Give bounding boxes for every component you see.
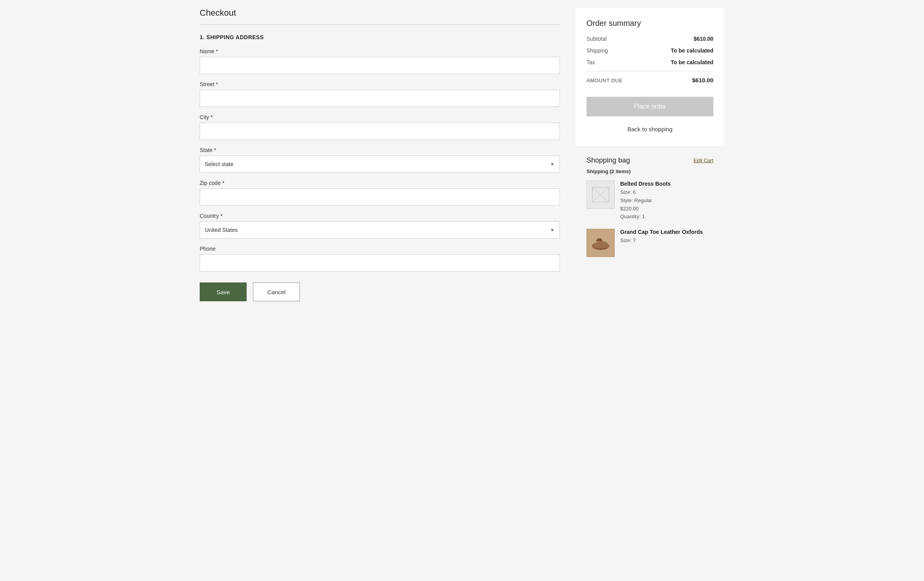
subtotal-label: Subtotal: [587, 36, 606, 42]
section-title: 1. SHIPPING ADDRESS: [200, 34, 560, 40]
cancel-button[interactable]: Cancel: [253, 282, 300, 301]
cart-item-qty-1: Quantity: 1: [620, 213, 713, 221]
tax-label: Tax: [587, 59, 595, 65]
order-summary-title: Order summary: [587, 19, 713, 28]
back-to-shopping-button[interactable]: Back to shopping: [587, 123, 713, 136]
city-input[interactable]: [200, 123, 560, 140]
form-buttons: Save Cancel: [200, 282, 560, 301]
state-field-group: State * Select stateAlabamaAlaskaArizona…: [200, 147, 560, 173]
cart-item-details-2: Grand Cap Toe Leather Oxfords Size: 7: [620, 229, 713, 257]
state-select-wrapper: Select stateAlabamaAlaskaArizonaArkansas…: [200, 156, 560, 173]
name-label: Name *: [200, 48, 560, 54]
country-select[interactable]: United StatesCanadaUnited KingdomAustral…: [200, 221, 560, 239]
zip-input[interactable]: [200, 188, 560, 206]
cart-item: Belted Dress Boots Size: 6 Style: Regula…: [587, 181, 713, 221]
phone-label: Phone: [200, 246, 560, 252]
shipping-value: To be calculated: [671, 47, 713, 54]
cart-item-image-2: [587, 229, 615, 257]
shipping-label: Shipping: [587, 47, 608, 54]
page-title: Checkout: [200, 8, 560, 18]
cart-item-image-1: [587, 181, 615, 209]
place-order-button[interactable]: Place order: [587, 97, 713, 116]
phone-input[interactable]: [200, 254, 560, 271]
amount-due-label: AMOUNT DUE: [587, 78, 623, 83]
city-label: City *: [200, 114, 560, 120]
shopping-bag-card: Shopping bag Edit Cart Shipping (2 items…: [576, 147, 724, 274]
shipping-items-label: Shipping (2 items): [587, 168, 713, 174]
cart-item-name-1: Belted Dress Boots: [620, 181, 713, 187]
cart-item: Grand Cap Toe Leather Oxfords Size: 7: [587, 229, 713, 257]
country-select-wrapper: United StatesCanadaUnited KingdomAustral…: [200, 221, 560, 239]
summary-divider: [587, 71, 713, 71]
cart-item-size-2: Size: 7: [620, 237, 713, 245]
tax-row: Tax To be calculated: [587, 59, 713, 65]
edit-cart-link[interactable]: Edit Cart: [693, 157, 713, 163]
name-input[interactable]: [200, 57, 560, 74]
state-select[interactable]: Select stateAlabamaAlaskaArizonaArkansas…: [200, 156, 560, 173]
subtotal-value: $610.00: [693, 36, 713, 42]
image-placeholder-icon: [592, 187, 609, 203]
cart-item-price-1: $220.00: [620, 205, 713, 213]
header-divider: [200, 24, 560, 25]
name-field-group: Name *: [200, 48, 560, 74]
state-label: State *: [200, 147, 560, 153]
street-input[interactable]: [200, 90, 560, 107]
cart-item-style-1: Style: Regular: [620, 197, 713, 205]
zip-field-group: Zip code *: [200, 180, 560, 206]
street-label: Street *: [200, 81, 560, 87]
amount-due-row: AMOUNT DUE $610.00: [587, 77, 713, 83]
shoe-icon: [589, 231, 612, 255]
street-field-group: Street *: [200, 81, 560, 107]
subtotal-row: Subtotal $610.00: [587, 36, 713, 42]
phone-field-group: Phone: [200, 246, 560, 271]
country-field-group: Country * United StatesCanadaUnited King…: [200, 213, 560, 239]
order-summary-section: Order summary Subtotal $610.00 Shipping …: [576, 8, 724, 274]
amount-due-value: $610.00: [692, 77, 713, 83]
shopping-bag-header: Shopping bag Edit Cart: [587, 156, 713, 165]
cart-item-name-2: Grand Cap Toe Leather Oxfords: [620, 229, 713, 235]
city-field-group: City *: [200, 114, 560, 140]
cart-item-size-1: Size: 6: [620, 188, 713, 197]
zip-label: Zip code *: [200, 180, 560, 186]
cart-item-details-1: Belted Dress Boots Size: 6 Style: Regula…: [620, 181, 713, 221]
country-label: Country *: [200, 213, 560, 219]
shipping-row: Shipping To be calculated: [587, 47, 713, 54]
save-button[interactable]: Save: [200, 282, 247, 301]
shopping-bag-title: Shopping bag: [587, 156, 630, 165]
order-summary-card: Order summary Subtotal $610.00 Shipping …: [576, 8, 724, 147]
tax-value: To be calculated: [671, 59, 713, 65]
right-panel: Order summary Subtotal $610.00 Shipping …: [576, 8, 724, 301]
